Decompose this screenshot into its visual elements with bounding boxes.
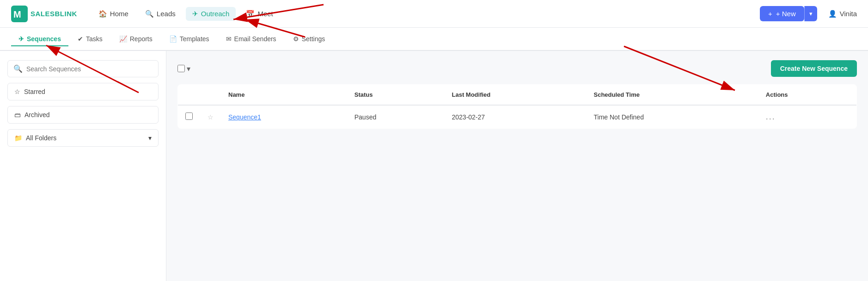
subnav-tasks-label: Tasks xyxy=(86,35,103,43)
user-icon: 👤 xyxy=(828,10,837,18)
actions-menu-button[interactable]: ... xyxy=(766,112,776,121)
archive-icon: 🗃 xyxy=(14,111,21,119)
col-actions: Actions xyxy=(758,85,857,106)
templates-icon: 📄 xyxy=(169,35,177,43)
home-icon: 🏠 xyxy=(98,10,107,18)
sidebar-item-all-folders[interactable]: 📁 All Folders ▾ xyxy=(7,129,159,147)
new-button-label: + New xyxy=(776,10,796,18)
email-senders-icon: ✉ xyxy=(226,35,232,43)
salesblink-logo-icon: M xyxy=(11,6,28,22)
subnav-tasks[interactable]: ✔ Tasks xyxy=(70,32,110,46)
row-checkbox-cell[interactable] xyxy=(178,105,201,129)
svg-text:M: M xyxy=(13,9,21,19)
new-button-dropdown[interactable]: ▾ xyxy=(804,6,817,21)
new-button-wrapper: + + New ▾ xyxy=(760,6,817,21)
nav-meet-label: Meet xyxy=(257,10,273,18)
bulk-dropdown-icon[interactable]: ▾ xyxy=(187,64,190,73)
col-last-modified: Last Modified xyxy=(444,85,586,106)
main-content: 🔍 ☆ Starred 🗃 Archived 📁 All Folders ▾ ▾ xyxy=(0,51,868,281)
table-row: ☆ Sequence1 Paused 2023-02-27 Time Not D… xyxy=(178,105,857,129)
nav-outreach[interactable]: ✈ Outreach xyxy=(186,7,236,21)
status-badge: Paused xyxy=(355,113,376,121)
table-body: ☆ Sequence1 Paused 2023-02-27 Time Not D… xyxy=(178,105,857,129)
col-status: Status xyxy=(347,85,445,106)
row-scheduled-time-cell: Time Not Defined xyxy=(587,105,758,129)
nav-leads[interactable]: 🔍 Leads xyxy=(139,7,182,21)
nav-leads-label: Leads xyxy=(157,10,176,18)
tasks-icon: ✔ xyxy=(78,35,83,43)
subnav-settings[interactable]: ⚙ Settings xyxy=(286,32,333,46)
table-toolbar: ▾ Create New Sequence xyxy=(177,60,857,77)
nav-meet[interactable]: 📅 Meet xyxy=(239,7,279,21)
outreach-icon: ✈ xyxy=(192,10,198,18)
col-star xyxy=(200,85,221,106)
sequences-icon: ✈ xyxy=(18,35,24,43)
last-modified-value: 2023-02-27 xyxy=(452,113,485,121)
settings-icon: ⚙ xyxy=(293,35,299,43)
nav-outreach-label: Outreach xyxy=(201,10,230,18)
sidebar: 🔍 ☆ Starred 🗃 Archived 📁 All Folders ▾ xyxy=(0,51,166,281)
col-checkbox xyxy=(178,85,201,106)
row-actions-cell[interactable]: ... xyxy=(758,105,857,129)
meet-icon: 📅 xyxy=(246,10,255,18)
row-name-cell: Sequence1 xyxy=(221,105,347,129)
row-star-icon[interactable]: ☆ xyxy=(208,113,214,121)
leads-icon: 🔍 xyxy=(145,10,154,18)
subnav-sequences[interactable]: ✈ Sequences xyxy=(11,32,68,46)
scheduled-time-value: Time Not Defined xyxy=(594,113,644,121)
folder-icon: 📁 xyxy=(14,134,22,142)
subnav-reports-label: Reports xyxy=(130,35,153,43)
chevron-down-icon: ▾ xyxy=(809,10,813,17)
create-new-sequence-label: Create New Sequence xyxy=(780,65,848,72)
sidebar-item-archived[interactable]: 🗃 Archived xyxy=(7,106,159,124)
chevron-down-icon: ▾ xyxy=(148,134,152,142)
subnav-email-senders-label: Email Senders xyxy=(234,35,276,43)
nav-home[interactable]: 🏠 Home xyxy=(92,7,135,21)
sequences-table: Name Status Last Modified Scheduled Time… xyxy=(177,84,857,129)
sequence-link[interactable]: Sequence1 xyxy=(228,113,261,121)
plus-icon: + xyxy=(768,10,772,18)
subnav-reports[interactable]: 📈 Reports xyxy=(112,32,160,46)
col-scheduled-time: Scheduled Time xyxy=(587,85,758,106)
select-all-checkbox[interactable] xyxy=(177,65,185,72)
all-folders-label: All Folders xyxy=(26,134,56,142)
new-button[interactable]: + + New xyxy=(760,6,804,21)
star-outline-icon: ☆ xyxy=(14,88,20,95)
archived-label: Archived xyxy=(24,111,49,119)
user-name: Vinita xyxy=(840,10,857,18)
row-last-modified-cell: 2023-02-27 xyxy=(444,105,586,129)
nav-home-label: Home xyxy=(110,10,128,18)
subnav-settings-label: Settings xyxy=(302,35,325,43)
bulk-select[interactable]: ▾ xyxy=(177,64,190,73)
create-new-sequence-button[interactable]: Create New Sequence xyxy=(771,60,857,77)
subnav-templates-label: Templates xyxy=(180,35,209,43)
starred-label: Starred xyxy=(24,88,45,95)
subnav-email-senders[interactable]: ✉ Email Senders xyxy=(219,32,284,46)
logo-area[interactable]: M SALESBLINK xyxy=(11,6,77,22)
subnav-templates[interactable]: 📄 Templates xyxy=(162,32,217,46)
row-status-cell: Paused xyxy=(347,105,445,129)
col-name: Name xyxy=(221,85,347,106)
brand-name: SALESBLINK xyxy=(31,10,77,18)
search-icon: 🔍 xyxy=(13,64,23,73)
table-area: ▾ Create New Sequence Name Status xyxy=(166,51,868,281)
row-checkbox[interactable] xyxy=(185,112,193,120)
user-menu[interactable]: 👤 Vinita xyxy=(828,10,857,18)
sub-nav: ✈ Sequences ✔ Tasks 📈 Reports 📄 Template… xyxy=(0,28,868,51)
row-star-cell[interactable]: ☆ xyxy=(200,105,221,129)
sidebar-item-starred[interactable]: ☆ Starred xyxy=(7,83,159,100)
top-nav: M SALESBLINK 🏠 Home 🔍 Leads ✈ Outreach 📅… xyxy=(0,0,868,28)
reports-icon: 📈 xyxy=(119,35,127,43)
search-box[interactable]: 🔍 xyxy=(7,60,159,77)
search-input[interactable] xyxy=(26,65,153,73)
subnav-sequences-label: Sequences xyxy=(27,35,61,43)
table-header: Name Status Last Modified Scheduled Time… xyxy=(178,85,857,106)
